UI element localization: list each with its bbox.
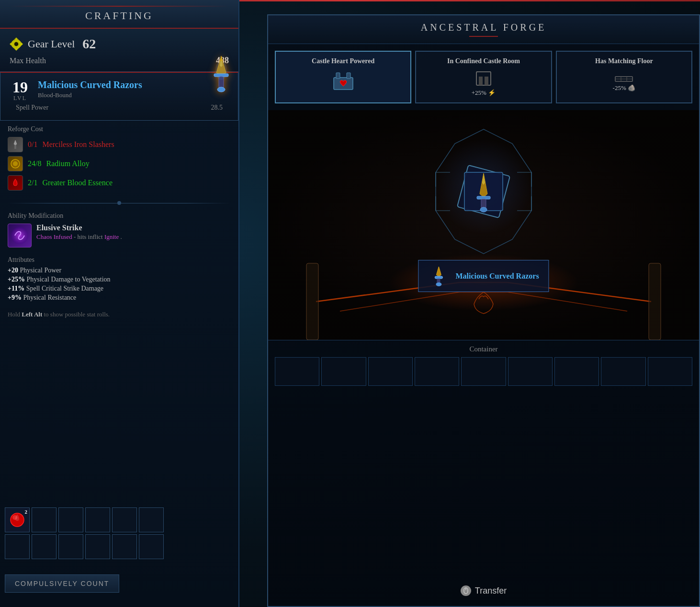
inv-slot-1[interactable] bbox=[32, 507, 56, 532]
svg-point-7 bbox=[215, 61, 227, 80]
inv-slot-10[interactable] bbox=[112, 534, 137, 559]
hint-row: Hold Left Alt to show possible stat roll… bbox=[0, 307, 238, 322]
inv-slot-11[interactable] bbox=[139, 534, 164, 559]
forge-header: ANCESTRAL FORGE bbox=[268, 15, 699, 44]
svg-rect-16 bbox=[336, 73, 340, 79]
attr-row-1: +25% Physical Damage to Vegetation bbox=[8, 276, 231, 283]
inv-badge-0: 2 bbox=[25, 509, 28, 515]
castle-heart-icon bbox=[331, 68, 355, 92]
attr-value-0: +20 bbox=[8, 267, 18, 274]
conditions-row: Castle Heart Powered In Confined Castle … bbox=[268, 44, 699, 110]
ability-desc-end: . bbox=[121, 233, 122, 240]
transfer-button[interactable]: Transfer bbox=[461, 585, 507, 596]
forge-item-display: Malicious Curved Razors bbox=[418, 260, 549, 292]
attr-row-3: +9% Physical Resistance bbox=[8, 294, 231, 302]
inv-slot-2[interactable] bbox=[58, 507, 83, 532]
container-slot-4[interactable] bbox=[461, 357, 506, 386]
cost-name-2: Greater Blood Essence bbox=[42, 179, 113, 187]
attributes-section: Attributes +20 Physical Power +25% Physi… bbox=[0, 252, 238, 307]
svg-rect-17 bbox=[347, 73, 350, 79]
cost-amount-1: 24/8 bbox=[28, 159, 41, 168]
svg-marker-44 bbox=[436, 267, 441, 277]
inv-slot-7[interactable] bbox=[32, 534, 56, 559]
max-health-label: Max Health bbox=[10, 56, 46, 65]
svg-rect-42 bbox=[306, 263, 318, 340]
inv-slot-0[interactable]: 2 bbox=[5, 507, 30, 532]
svg-point-1 bbox=[14, 42, 19, 46]
attr-value-1: +25% bbox=[8, 276, 25, 283]
radium-alloy-icon bbox=[10, 158, 21, 169]
ability-modification-label: Ability Modification bbox=[8, 212, 231, 220]
item-dagger-icon bbox=[200, 54, 243, 99]
inv-slot-6[interactable] bbox=[5, 534, 30, 559]
attr-row-2: +11% Spell Critical Strike Damage bbox=[8, 285, 231, 292]
svg-point-33 bbox=[480, 207, 487, 212]
chaos-infused-text: Chaos Infused bbox=[36, 233, 72, 240]
container-section: Container bbox=[268, 340, 699, 391]
compulsively-count-button[interactable]: COMPULSIVELY COUNT bbox=[5, 574, 119, 593]
svg-rect-31 bbox=[477, 196, 490, 199]
ability-name: Elusive Strike bbox=[36, 224, 122, 232]
attr-label-3: Physical Resistance bbox=[23, 294, 76, 301]
cost-name-0: Merciless Iron Slashers bbox=[42, 140, 114, 149]
forge-display: Malicious Curved Razors bbox=[268, 110, 699, 340]
cost-row-1: 24/8 Radium Alloy bbox=[8, 156, 231, 171]
inv-slot-8[interactable] bbox=[58, 534, 83, 559]
container-slot-0[interactable] bbox=[275, 357, 319, 386]
container-grid bbox=[275, 357, 692, 386]
confined-room-icon bbox=[474, 68, 493, 87]
container-slot-1[interactable] bbox=[321, 357, 366, 386]
crafting-title: CRAFTING bbox=[10, 6, 229, 22]
attr-value-2: +11% bbox=[8, 285, 24, 292]
elusive-strike-icon bbox=[10, 226, 29, 245]
forge-title: ANCESTRAL FORGE bbox=[278, 22, 689, 33]
container-slot-5[interactable] bbox=[508, 357, 553, 386]
inv-slot-4[interactable] bbox=[112, 507, 137, 532]
inv-slot-9[interactable] bbox=[85, 534, 110, 559]
ability-desc-middle: - hits inflict bbox=[74, 233, 104, 240]
ability-info: Elusive Strike Chaos Infused - hits infl… bbox=[36, 224, 122, 241]
condition-card-0: Castle Heart Powered bbox=[275, 51, 411, 103]
iron-slasher-icon bbox=[10, 139, 21, 150]
attr-label-0: Physical Power bbox=[20, 267, 61, 274]
transfer-section: Transfer bbox=[268, 585, 699, 596]
transfer-icon bbox=[461, 585, 471, 596]
forge-geometry bbox=[417, 124, 551, 259]
max-health-row: Max Health 488 bbox=[10, 56, 229, 66]
condition-stat-2: -25% 🪨 bbox=[562, 84, 687, 92]
container-slot-7[interactable] bbox=[601, 357, 645, 386]
svg-marker-8 bbox=[14, 140, 17, 145]
container-slot-3[interactable] bbox=[415, 357, 459, 386]
svg-rect-9 bbox=[14, 145, 16, 149]
svg-rect-18 bbox=[476, 72, 491, 85]
attr-value-3: +9% bbox=[8, 294, 22, 301]
container-slot-6[interactable] bbox=[554, 357, 599, 386]
cost-icon-iron bbox=[8, 137, 23, 152]
condition-name-2: Has Matching Floor bbox=[562, 57, 687, 65]
hint-key: Left Alt bbox=[22, 311, 42, 318]
forge-title-accent bbox=[469, 36, 498, 37]
blood-orb-icon bbox=[9, 512, 25, 528]
inv-slot-5[interactable] bbox=[139, 507, 164, 532]
item-level-badge: 19 LVL bbox=[8, 79, 32, 102]
cost-amount-2: 2/1 bbox=[28, 179, 37, 187]
cost-icon-blood bbox=[8, 175, 23, 191]
cost-name-1: Radium Alloy bbox=[46, 159, 89, 168]
forge-platform-svg bbox=[268, 244, 699, 340]
svg-point-47 bbox=[436, 282, 441, 286]
forge-item-dagger-icon bbox=[428, 265, 450, 287]
gear-level-value: 62 bbox=[82, 36, 96, 52]
divider bbox=[8, 203, 231, 203]
container-slot-8[interactable] bbox=[648, 357, 692, 386]
svg-rect-20 bbox=[485, 77, 488, 85]
svg-point-6 bbox=[217, 87, 225, 92]
forge-item-name: Malicious Curved Razors bbox=[455, 272, 539, 281]
inv-slot-3[interactable] bbox=[85, 507, 110, 532]
svg-rect-19 bbox=[479, 77, 483, 85]
condition-name-1: In Confined Castle Room bbox=[421, 57, 546, 65]
container-slot-2[interactable] bbox=[368, 357, 413, 386]
cost-row-2: 2/1 Greater Blood Essence bbox=[8, 175, 231, 191]
gear-icon bbox=[10, 37, 23, 51]
inventory-grid: 2 bbox=[0, 503, 169, 564]
spell-power-row: Spell Power 28.5 bbox=[8, 102, 230, 113]
